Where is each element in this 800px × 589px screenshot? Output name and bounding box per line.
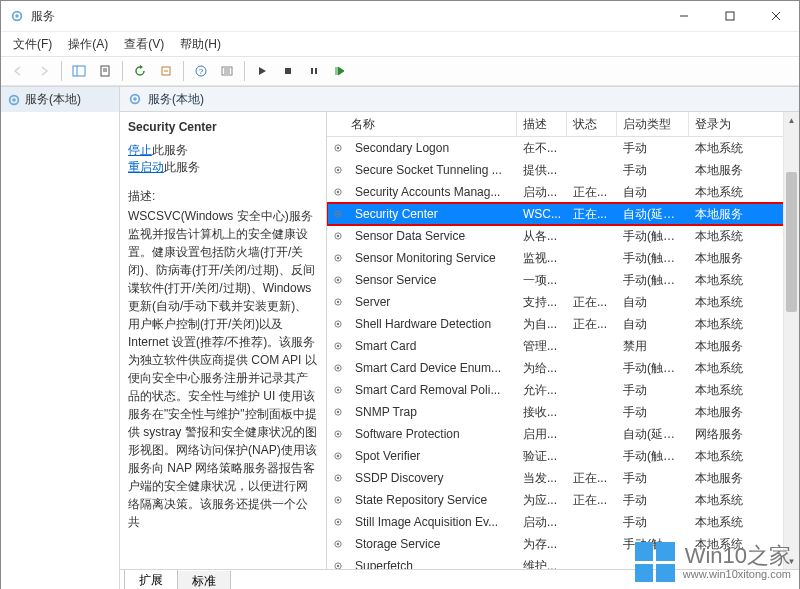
show-hide-tree-button[interactable] (67, 59, 91, 83)
service-row[interactable]: Software Protection启用...自动(延迟...网络服务 (327, 423, 799, 445)
service-name: State Repository Service (349, 493, 517, 507)
service-startup-type: 手动 (617, 404, 689, 421)
refresh-button[interactable] (128, 59, 152, 83)
service-name: Software Protection (349, 427, 517, 441)
vertical-scrollbar[interactable]: ▲ ▼ (783, 112, 799, 569)
tab-extended[interactable]: 扩展 (124, 570, 178, 589)
service-row[interactable]: Security CenterWSC...正在...自动(延迟...本地服务 (327, 203, 799, 225)
service-startup-type: 自动(延迟... (617, 206, 689, 223)
service-gear-icon (327, 515, 349, 529)
pause-service-button[interactable] (302, 59, 326, 83)
service-status: 正在... (567, 492, 617, 509)
svg-point-61 (337, 565, 340, 568)
toolbar: ? (1, 57, 799, 86)
selected-service-name: Security Center (128, 120, 318, 134)
right-pane-title: 服务(本地) (148, 91, 204, 108)
service-row[interactable]: Smart Card Device Enum...为给...手动(触发...本地… (327, 357, 799, 379)
service-gear-icon (327, 383, 349, 397)
service-desc: 在不... (517, 140, 567, 157)
start-service-button[interactable] (250, 59, 274, 83)
stop-link[interactable]: 停止 (128, 143, 152, 157)
service-gear-icon (327, 449, 349, 463)
service-row[interactable]: Still Image Acquisition Ev...启动...手动本地系统 (327, 511, 799, 533)
service-name: Storage Service (349, 537, 517, 551)
menu-action[interactable]: 操作(A) (60, 34, 116, 55)
detail-pane: Security Center 停止此服务 重启动此服务 描述: WSCSVC(… (120, 112, 327, 569)
service-row[interactable]: Secure Socket Tunneling ...提供...手动本地服务 (327, 159, 799, 181)
scroll-up-button[interactable]: ▲ (784, 112, 799, 128)
minimize-button[interactable] (661, 1, 707, 31)
service-name: Still Image Acquisition Ev... (349, 515, 517, 529)
help-button[interactable]: ? (189, 59, 213, 83)
col-desc[interactable]: 描述 (517, 112, 567, 136)
app-icon (9, 8, 25, 24)
service-row[interactable]: Spot Verifier验证...手动(触发...本地系统 (327, 445, 799, 467)
service-row[interactable]: Secondary Logon在不...手动本地系统 (327, 137, 799, 159)
service-row[interactable]: State Repository Service为应...正在...手动本地系统 (327, 489, 799, 511)
service-startup-type: 自动 (617, 184, 689, 201)
service-startup-type: 手动 (617, 514, 689, 531)
export-list-button[interactable] (154, 59, 178, 83)
svg-point-31 (337, 235, 340, 238)
service-row[interactable]: Shell Hardware Detection为自...正在...自动本地系统 (327, 313, 799, 335)
service-row[interactable]: Sensor Monitoring Service监视...手动(触发...本地… (327, 247, 799, 269)
service-name: Server (349, 295, 517, 309)
window-title: 服务 (31, 8, 661, 25)
service-desc: WSC... (517, 207, 567, 221)
maximize-button[interactable] (707, 1, 753, 31)
service-row[interactable]: Smart Card Removal Poli...允许...手动本地系统 (327, 379, 799, 401)
service-row[interactable]: SSDP Discovery当发...正在...手动本地服务 (327, 467, 799, 489)
close-button[interactable] (753, 1, 799, 31)
service-row[interactable]: Sensor Service一项...手动(触发...本地系统 (327, 269, 799, 291)
svg-rect-15 (285, 68, 291, 74)
menu-file[interactable]: 文件(F) (5, 34, 60, 55)
service-name: Smart Card (349, 339, 517, 353)
right-pane: 服务(本地) Security Center 停止此服务 重启动此服务 描述: … (120, 87, 799, 589)
col-status[interactable]: 状态 (567, 112, 617, 136)
svg-point-55 (337, 499, 340, 502)
col-name[interactable]: 名称 (327, 112, 517, 136)
service-name: Sensor Data Service (349, 229, 517, 243)
service-desc: 一项... (517, 272, 567, 289)
content-area: 服务(本地) 服务(本地) Security Center 停止此服务 重启动此… (1, 86, 799, 589)
svg-point-57 (337, 521, 340, 524)
service-gear-icon (327, 185, 349, 199)
service-desc: 允许... (517, 382, 567, 399)
svg-point-45 (337, 389, 340, 392)
back-button[interactable] (6, 59, 30, 83)
action-button[interactable] (215, 59, 239, 83)
tab-standard[interactable]: 标准 (177, 571, 231, 589)
service-gear-icon (327, 295, 349, 309)
service-gear-icon (327, 141, 349, 155)
service-row[interactable]: Sensor Data Service从各...手动(触发...本地系统 (327, 225, 799, 247)
service-name: Spot Verifier (349, 449, 517, 463)
service-gear-icon (327, 273, 349, 287)
service-name: Sensor Monitoring Service (349, 251, 517, 265)
service-row[interactable]: Server支持...正在...自动本地系统 (327, 291, 799, 313)
service-startup-type: 手动 (617, 470, 689, 487)
svg-point-49 (337, 433, 340, 436)
service-startup-type: 手动(触发... (617, 272, 689, 289)
menu-help[interactable]: 帮助(H) (172, 34, 229, 55)
service-gear-icon (327, 537, 349, 551)
service-startup-type: 手动 (617, 492, 689, 509)
service-name: SSDP Discovery (349, 471, 517, 485)
svg-point-59 (337, 543, 340, 546)
service-gear-icon (327, 361, 349, 375)
restart-service-button[interactable] (328, 59, 352, 83)
service-row[interactable]: SNMP Trap接收...手动本地服务 (327, 401, 799, 423)
svg-point-25 (337, 169, 340, 172)
menu-view[interactable]: 查看(V) (116, 34, 172, 55)
forward-button[interactable] (32, 59, 56, 83)
stop-service-button[interactable] (276, 59, 300, 83)
service-row[interactable]: Smart Card管理...禁用本地服务 (327, 335, 799, 357)
tree-root[interactable]: 服务(本地) (1, 87, 119, 112)
restart-link[interactable]: 重启动 (128, 160, 164, 174)
scroll-thumb[interactable] (786, 172, 797, 312)
service-row[interactable]: Security Accounts Manag...启动...正在...自动本地… (327, 181, 799, 203)
services-window: 服务 文件(F) 操作(A) 查看(V) 帮助(H) ? (1, 1, 799, 588)
col-type[interactable]: 启动类型 (617, 112, 689, 136)
description-label: 描述: (128, 188, 318, 205)
properties-button[interactable] (93, 59, 117, 83)
service-desc: 为存... (517, 536, 567, 553)
